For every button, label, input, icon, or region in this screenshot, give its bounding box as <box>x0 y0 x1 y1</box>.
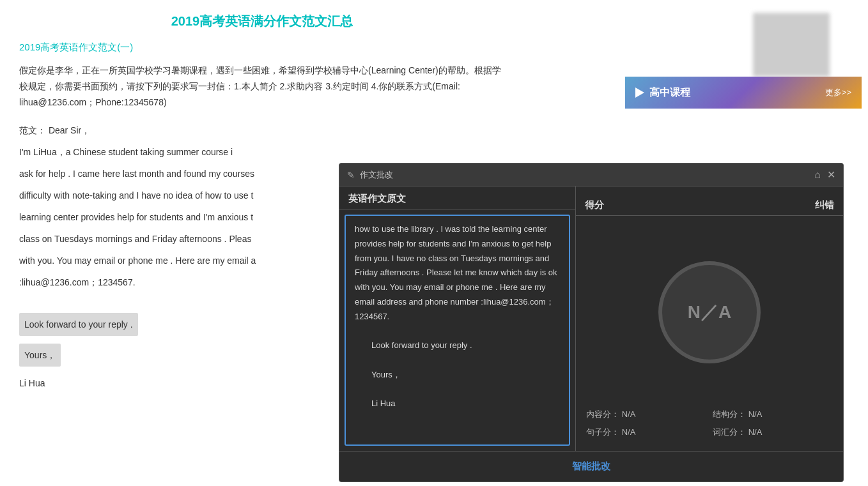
banner-left: 高中课程 <box>635 86 690 100</box>
correct-tab-label[interactable]: 纠错 <box>815 199 834 211</box>
score-structure-value: N/A <box>748 409 763 419</box>
essay-text: how to use the library . I was told the … <box>355 222 560 411</box>
dialog-bottom-bar: 智能批改 <box>339 451 843 482</box>
essay-closing-2: Yours， <box>355 368 560 383</box>
score-details: 内容分： N/A 结构分： N/A 句子分： N/A 词汇分： N/A <box>576 402 843 444</box>
score-sentence-label: 句子分： <box>586 427 619 437</box>
score-detail-vocab: 词汇分： N/A <box>713 427 833 438</box>
dialog-columns: 英语作文原文 how to use the library . I was to… <box>339 186 843 451</box>
salutation: 范文： Dear Sir， <box>19 121 505 139</box>
score-detail-content: 内容分： N/A <box>586 409 706 420</box>
dialog-titlebar: ✎ 作文批改 ⌂ ✕ <box>339 163 843 186</box>
edit-icon: ✎ <box>347 170 355 180</box>
closing-2-block: Yours， <box>19 344 61 367</box>
essay-correction-dialog: ✎ 作文批改 ⌂ ✕ 英语作文原文 how to use the library… <box>339 163 844 482</box>
score-column-header: 得分 纠错 <box>576 193 843 216</box>
dialog-title-text: 作文批改 <box>360 169 393 181</box>
score-tab-label[interactable]: 得分 <box>585 199 604 211</box>
essay-content-1: how to use the library . I was told the … <box>355 224 557 321</box>
score-column: 得分 纠错 N／A 内容分： N/A 结构分： N/A 句子分： <box>576 186 843 451</box>
score-circle-container: N／A <box>658 222 761 402</box>
article-subtitle[interactable]: 2019高考英语作文范文(一) <box>19 42 505 54</box>
page-title: 2019高考英语满分作文范文汇总 <box>19 13 505 30</box>
sidebar-banner[interactable]: 高中课程 更多>> <box>625 77 862 109</box>
score-vocab-value: N/A <box>748 427 763 437</box>
essay-closing-1: Look forward to your reply . <box>355 338 560 353</box>
banner-text: 高中课程 <box>649 86 690 100</box>
score-circle: N／A <box>658 261 761 363</box>
dialog-title-left: ✎ 作文批改 <box>347 169 393 181</box>
score-vocab-label: 词汇分： <box>713 427 746 437</box>
dialog-title-controls: ⌂ ✕ <box>814 170 835 180</box>
score-sentence-value: N/A <box>622 427 636 437</box>
dialog-close-button[interactable]: ✕ <box>827 170 835 180</box>
score-detail-sentence: 句子分： N/A <box>586 427 706 438</box>
essay-text-area[interactable]: how to use the library . I was told the … <box>345 215 570 446</box>
score-content-label: 内容分： <box>586 409 619 419</box>
score-na-text: N／A <box>688 300 731 324</box>
closing-3: Li Hua <box>19 378 45 388</box>
banner-more[interactable]: 更多>> <box>825 87 851 98</box>
dialog-home-button[interactable]: ⌂ <box>814 170 821 180</box>
essay-closing-3: Li Hua <box>355 397 560 411</box>
sidebar-image <box>753 13 830 77</box>
article-description: 假定你是李华，正在一所英国学校学习暑期课程，遇到一些困难，希望得到学校辅导中心(… <box>19 63 505 111</box>
play-icon <box>635 87 644 98</box>
essay-column-header[interactable]: 英语作文原文 <box>339 186 575 209</box>
essay-column: 英语作文原文 how to use the library . I was to… <box>339 186 576 451</box>
body-line-1: I'm LiHua，a Chinese student taking summe… <box>19 143 505 161</box>
score-detail-structure: 结构分： N/A <box>713 409 833 420</box>
score-structure-label: 结构分： <box>713 409 746 419</box>
score-content-value: N/A <box>622 409 636 419</box>
smart-correct-button[interactable]: 智能批改 <box>572 460 610 473</box>
closing-1-block: Look forward to your reply . <box>19 313 138 336</box>
